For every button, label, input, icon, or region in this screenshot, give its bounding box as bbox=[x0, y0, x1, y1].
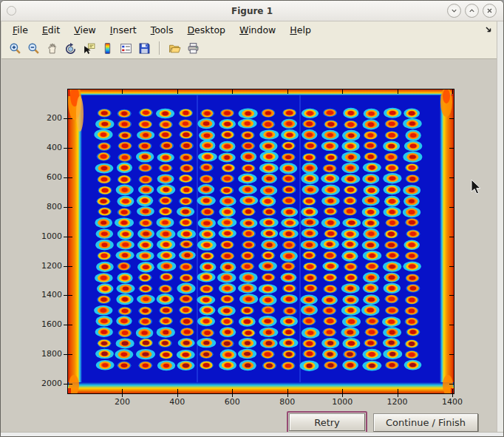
y-tick-mark bbox=[64, 148, 67, 149]
y-tick-label: 800 bbox=[27, 202, 62, 211]
insert-legend-icon[interactable] bbox=[119, 41, 133, 55]
zoom-out-icon[interactable] bbox=[27, 41, 41, 55]
x-tick-label: 800 bbox=[270, 397, 305, 407]
open-icon[interactable] bbox=[168, 41, 182, 55]
x-tick-label: 1400 bbox=[435, 397, 470, 407]
plate-scan-image[interactable] bbox=[67, 89, 454, 394]
window-right-edge bbox=[497, 21, 503, 436]
toolbar-separator bbox=[159, 41, 160, 55]
dock-arrow-icon[interactable] bbox=[485, 24, 493, 35]
x-tick-label: 1000 bbox=[324, 397, 360, 407]
colorbar-icon[interactable] bbox=[101, 41, 115, 55]
save-icon[interactable] bbox=[137, 41, 151, 55]
title-bar: Figure 1 bbox=[1, 1, 503, 21]
y-tick-mark bbox=[64, 384, 67, 385]
x-tick-label: 600 bbox=[214, 397, 250, 407]
y-tick-mark bbox=[64, 354, 67, 355]
y-tick-mark bbox=[64, 295, 67, 296]
menu-view[interactable]: View bbox=[72, 24, 98, 36]
figure-window: Figure 1 FileEditViewInsertToolsDesktopW… bbox=[0, 0, 504, 437]
axes bbox=[67, 89, 454, 394]
y-tick-mark bbox=[64, 266, 67, 267]
x-tick-mark bbox=[452, 394, 453, 397]
y-tick-label: 1000 bbox=[27, 231, 62, 241]
y-tick-label: 400 bbox=[27, 143, 62, 152]
menu-tools[interactable]: Tools bbox=[149, 24, 175, 36]
y-tick-label: 1800 bbox=[27, 349, 62, 359]
x-tick-mark bbox=[177, 394, 178, 397]
retry-button[interactable]: Retry bbox=[289, 413, 365, 431]
menu-help[interactable]: Help bbox=[288, 24, 313, 36]
y-tick-label: 2000 bbox=[27, 379, 62, 388]
y-tick-mark bbox=[64, 207, 67, 208]
menu-window[interactable]: Window bbox=[238, 24, 277, 36]
window-title: Figure 1 bbox=[1, 6, 503, 16]
figure-canvas-area: 2004006008001000120014001600180020002004… bbox=[1, 59, 503, 436]
x-tick-label: 1200 bbox=[380, 397, 415, 407]
menu-bar: FileEditViewInsertToolsDesktopWindowHelp bbox=[1, 21, 503, 38]
menu-file[interactable]: File bbox=[11, 24, 30, 36]
y-tick-label: 1600 bbox=[27, 319, 62, 329]
y-tick-label: 600 bbox=[27, 172, 62, 182]
menu-insert[interactable]: Insert bbox=[109, 24, 138, 36]
pan-icon[interactable] bbox=[45, 41, 59, 55]
y-tick-mark bbox=[64, 177, 67, 178]
window-bottom-edge bbox=[1, 432, 503, 436]
x-tick-label: 400 bbox=[160, 397, 195, 407]
rotate-3d-icon[interactable] bbox=[64, 41, 78, 55]
x-tick-mark bbox=[232, 394, 233, 397]
mouse-cursor-icon bbox=[471, 180, 482, 198]
y-tick-mark bbox=[64, 325, 67, 325]
x-tick-mark bbox=[342, 394, 343, 397]
x-tick-label: 200 bbox=[104, 397, 140, 407]
print-icon[interactable] bbox=[186, 41, 200, 55]
toolbar bbox=[1, 38, 503, 59]
y-tick-label: 1400 bbox=[27, 290, 62, 299]
y-tick-label: 200 bbox=[27, 113, 62, 123]
data-cursor-icon[interactable] bbox=[82, 41, 96, 55]
y-tick-label: 1200 bbox=[27, 261, 62, 271]
x-tick-mark bbox=[398, 394, 398, 397]
zoom-in-icon[interactable] bbox=[8, 41, 22, 55]
y-tick-mark bbox=[64, 237, 67, 237]
x-tick-mark bbox=[287, 394, 288, 397]
retry-button-highlight: Retry bbox=[287, 411, 367, 433]
y-tick-mark bbox=[64, 118, 67, 119]
continue-finish-button[interactable]: Continue / Finish bbox=[373, 413, 478, 432]
x-tick-mark bbox=[122, 394, 123, 397]
menu-edit[interactable]: Edit bbox=[41, 24, 61, 36]
menu-desktop[interactable]: Desktop bbox=[185, 24, 227, 36]
